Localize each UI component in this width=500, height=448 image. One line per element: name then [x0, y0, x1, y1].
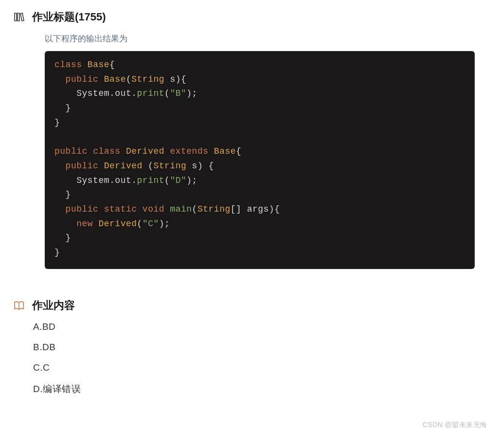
svg-rect-1: [18, 13, 19, 21]
question-text: 以下程序的输出结果为: [0, 33, 500, 44]
option-d: D.编译错误: [33, 383, 500, 395]
code-block: class Base{ public Base(String s){ Syste…: [45, 51, 475, 269]
books-icon: [13, 11, 25, 23]
content-heading: 作业内容: [32, 298, 75, 313]
watermark: CSDN @望未来无悔: [423, 421, 487, 430]
option-b: B.DB: [33, 342, 500, 353]
option-c: C.C: [33, 362, 500, 373]
options-list: A.BD B.DB C.C D.编译错误: [0, 322, 500, 395]
title-heading: 作业标题(1755): [32, 10, 106, 24]
section-header: 作业标题(1755): [0, 10, 500, 24]
content-section: 作业内容 A.BD B.DB C.C D.编译错误: [0, 298, 500, 395]
svg-rect-0: [15, 13, 17, 21]
section-header: 作业内容: [0, 298, 500, 313]
title-section: 作业标题(1755) 以下程序的输出结果为 class Base{ public…: [0, 10, 500, 269]
option-a: A.BD: [33, 322, 500, 332]
open-book-icon: [13, 299, 25, 312]
